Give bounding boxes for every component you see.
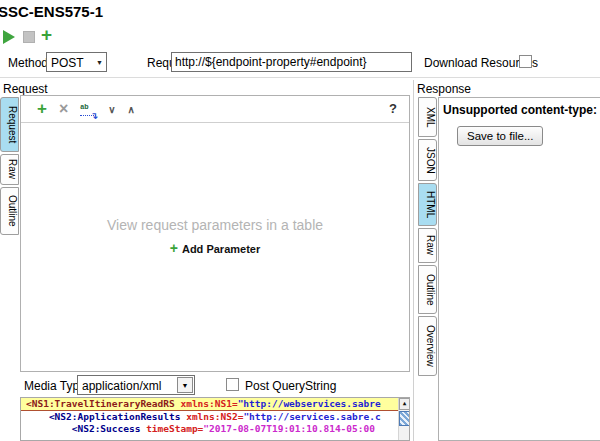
media-type-dropdown-button[interactable]: ▼ (177, 377, 193, 393)
delete-parameter-icon[interactable]: × (59, 101, 68, 117)
stop-icon[interactable] (23, 31, 35, 43)
request-url-input[interactable] (171, 52, 412, 72)
chevron-down-icon: ▼ (96, 59, 103, 66)
request-panel-title: Request (3, 82, 48, 96)
method-value: POST (51, 56, 84, 70)
response-tab-json[interactable]: JSON (418, 139, 437, 181)
response-tab-overview[interactable]: Overview (418, 316, 437, 376)
response-tab-raw[interactable]: Raw (418, 228, 437, 263)
save-to-file-button[interactable]: Save to file... (457, 126, 543, 146)
response-tab-outline[interactable]: Outline (418, 265, 437, 314)
rest-request-editor-window: SSC-ENS575-1 + Method POST ▼ Request URL… (0, 0, 600, 441)
top-separator (0, 77, 600, 78)
post-querystring-checkbox[interactable] (226, 378, 239, 391)
request-tab-raw[interactable]: Raw (0, 154, 19, 185)
response-tab-xml[interactable]: XML (418, 97, 437, 137)
plus-icon: + (170, 240, 178, 256)
run-icon[interactable] (3, 30, 15, 44)
response-content-panel (438, 97, 600, 441)
add-icon[interactable]: + (41, 25, 52, 44)
xml-line: <NS1:TravelItineraryReadRS xmlns:NS1="ht… (21, 398, 409, 411)
move-down-icon[interactable]: ∨ (108, 104, 115, 115)
help-icon[interactable]: ? (389, 101, 397, 116)
move-up-icon[interactable]: ∧ (128, 104, 135, 115)
params-table-placeholder: View request parameters in a table (21, 217, 409, 233)
xml-line: <NS2:ApplicationResults xmlns:NS2="http:… (21, 411, 409, 423)
chevron-down-icon: ▼ (182, 382, 189, 389)
response-panel-title: Response (417, 82, 471, 96)
download-resources-checkbox[interactable] (519, 55, 532, 68)
method-label: Method (8, 56, 48, 70)
media-type-select[interactable]: application/xml ▼ (77, 375, 195, 395)
post-querystring-label: Post QueryString (245, 379, 336, 393)
add-parameter-icon[interactable]: + (37, 101, 47, 117)
response-tab-html[interactable]: HTML (418, 183, 437, 226)
panel-divider (413, 80, 414, 441)
request-tab-outline[interactable]: Outline (0, 187, 19, 235)
request-body-editor[interactable]: <NS1:TravelItineraryReadRS xmlns:NS1="ht… (20, 397, 410, 441)
media-type-value: application/xml (82, 379, 161, 393)
method-select[interactable]: POST ▼ (46, 52, 107, 72)
scroll-up-icon[interactable]: ▲ (399, 398, 410, 410)
scrollbar-thumb[interactable] (399, 411, 410, 426)
xml-line: <NS2:Success timeStamp="2017-08-07T19:01… (21, 423, 409, 435)
add-parameter-button[interactable]: +Add Parameter (21, 240, 409, 256)
request-tab-request[interactable]: Request (0, 97, 19, 152)
request-params-panel: + × ab↴ ∨ ∧ ? (20, 95, 410, 372)
page-title: SSC-ENS575-1 (0, 3, 103, 20)
update-params-from-url-icon[interactable]: ab↴ (80, 102, 96, 116)
editor-scrollbar[interactable]: ▲ (398, 398, 409, 440)
response-status-message: Unsupported content-type: null (443, 103, 600, 117)
params-toolbar: + × ab↴ ∨ ∧ ? (21, 96, 409, 123)
